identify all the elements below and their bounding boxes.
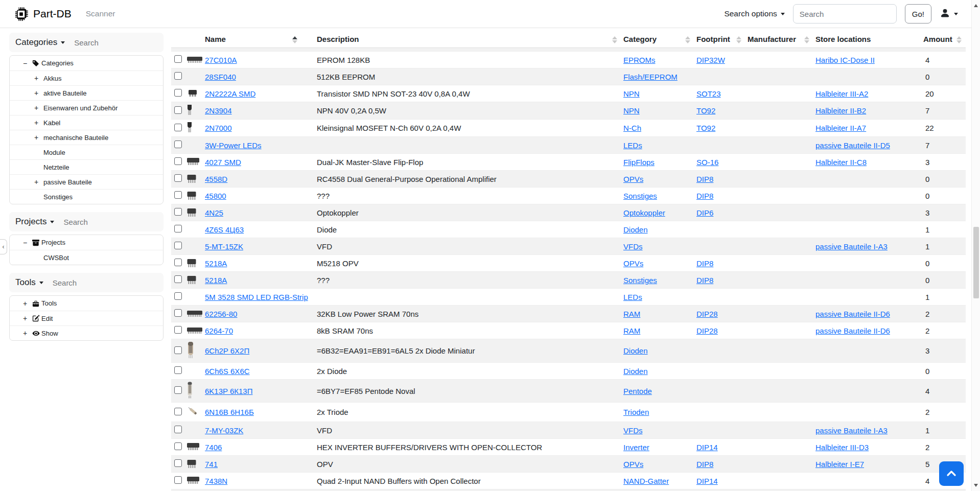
dip-long-chip-photo[interactable]	[186, 325, 203, 335]
tree-expander[interactable]: +	[34, 104, 43, 112]
store-location-link[interactable]: passive Bauteile II-D5	[815, 141, 890, 150]
row-checkbox[interactable]	[174, 408, 182, 415]
row-checkbox[interactable]	[174, 346, 182, 354]
store-location-link[interactable]: Halbleiter II-A7	[815, 124, 866, 132]
category-link[interactable]: VFDs	[623, 242, 643, 251]
tree-item-mechanische-bauteile[interactable]: + mechanische Bauteile	[10, 130, 163, 145]
store-location-link[interactable]: Haribo IC-Dose II	[815, 56, 875, 64]
tree-expander[interactable]: −	[23, 59, 32, 67]
nav-link-scanner[interactable]: Scanner	[86, 9, 115, 18]
store-location-link[interactable]: passive Bauteile I-A3	[815, 242, 888, 251]
tree-expander[interactable]: +	[34, 133, 43, 142]
category-link[interactable]: NPN	[623, 106, 640, 115]
to92-transistor-photo[interactable]	[186, 122, 193, 133]
footprint-link[interactable]: SO-16	[696, 158, 718, 167]
row-checkbox[interactable]	[174, 366, 182, 374]
part-name-link[interactable]: 5218A	[205, 259, 227, 268]
part-name-link[interactable]: 6264-70	[205, 326, 233, 335]
search-options-dropdown[interactable]: Search options	[724, 9, 784, 18]
row-checkbox[interactable]	[174, 157, 182, 165]
footprint-link[interactable]: DIP28	[696, 310, 718, 318]
part-name-link[interactable]: 2N3904	[205, 106, 232, 115]
row-checkbox[interactable]	[174, 426, 182, 433]
user-menu[interactable]	[940, 8, 958, 20]
tree-expander[interactable]: +	[34, 119, 43, 127]
part-name-link[interactable]: 27C010A	[205, 56, 237, 64]
part-name-link[interactable]: 741	[205, 460, 218, 469]
page-scrollbar[interactable]	[971, 0, 980, 491]
row-checkbox[interactable]	[174, 259, 182, 266]
sot23-transistor-photo[interactable]	[186, 89, 199, 97]
category-link[interactable]: N-Ch	[623, 124, 641, 132]
part-name-link[interactable]: 4558D	[205, 175, 227, 183]
part-name-link[interactable]: 2N7000	[205, 124, 232, 132]
row-checkbox[interactable]	[174, 191, 182, 199]
category-link[interactable]: RAM	[623, 326, 640, 335]
column-header-amount[interactable]: Amount	[921, 32, 966, 48]
row-checkbox[interactable]	[174, 72, 182, 80]
tree-expander[interactable]: +	[34, 178, 43, 186]
row-checkbox[interactable]	[174, 476, 182, 484]
category-link[interactable]: OPVs	[623, 175, 643, 183]
store-location-link[interactable]: passive Bauteile II-D6	[815, 310, 890, 318]
panel-title-tools[interactable]: Tools	[15, 277, 43, 288]
footprint-link[interactable]: DIP8	[696, 460, 713, 469]
row-checkbox[interactable]	[174, 292, 182, 300]
part-name-link[interactable]: 4027 SMD	[205, 158, 241, 167]
category-link[interactable]: Optokoppler	[623, 208, 665, 217]
footprint-link[interactable]: DIP8	[696, 192, 713, 200]
dip-long-chip-photo[interactable]	[186, 55, 203, 64]
sidebar-collapse-handle[interactable]: ‹	[0, 239, 7, 254]
tree-item-categories[interactable]: − Categories	[10, 56, 163, 71]
part-name-link[interactable]: 7406	[205, 443, 222, 452]
part-name-link[interactable]: 4N25	[205, 208, 223, 217]
category-link[interactable]: LEDs	[623, 141, 642, 150]
dip-long-chip-photo[interactable]	[186, 309, 203, 318]
row-checkbox[interactable]	[174, 55, 182, 63]
search-go-button[interactable]: Go!	[905, 4, 931, 24]
dip8-chip-photo[interactable]	[186, 173, 197, 183]
category-link[interactable]: OPVs	[623, 460, 643, 469]
app-brand[interactable]: Part-DB	[14, 7, 72, 21]
column-header-footprint[interactable]: Footprint	[694, 32, 745, 48]
tree-item-tools[interactable]: + Tools	[10, 296, 163, 311]
dip8-chip-photo[interactable]	[186, 458, 197, 469]
part-name-link[interactable]: 7438N	[205, 477, 227, 485]
category-link[interactable]: Pentode	[623, 387, 652, 395]
store-location-link[interactable]: Halbleiter III-D3	[815, 443, 869, 452]
category-link[interactable]: Dioden	[623, 346, 648, 355]
store-location-link[interactable]: Halbleiter III-A2	[815, 89, 868, 98]
scrollbar-up-arrow[interactable]	[974, 4, 978, 7]
row-checkbox[interactable]	[174, 326, 182, 334]
to92-transistor-photo[interactable]	[186, 104, 193, 115]
vacuum-tube-photo[interactable]	[186, 341, 195, 359]
category-link[interactable]: EPROMs	[623, 56, 656, 64]
scroll-to-top-button[interactable]	[939, 461, 964, 486]
row-checkbox[interactable]	[174, 386, 182, 394]
category-link[interactable]: Inverter	[623, 443, 649, 452]
sort-icon[interactable]	[292, 36, 297, 43]
footprint-link[interactable]: TO92	[696, 124, 715, 132]
vacuum-tube-small-photo[interactable]	[186, 405, 200, 418]
dip8-chip-photo[interactable]	[186, 190, 197, 200]
tree-item-show[interactable]: + Show	[10, 325, 163, 340]
tree-item-kabel[interactable]: + Kabel	[10, 115, 163, 130]
tree-item-module[interactable]: Module	[10, 145, 163, 159]
tree-expander[interactable]: −	[23, 239, 32, 247]
sort-icon[interactable]	[736, 36, 741, 43]
part-name-link[interactable]: 6Ch6S 6X6C	[205, 367, 250, 376]
row-checkbox[interactable]	[174, 106, 182, 114]
category-link[interactable]: NPN	[623, 89, 640, 98]
panel-title-projects[interactable]: Projects	[15, 217, 54, 227]
part-name-link[interactable]: 7-MY-03ZK	[205, 426, 243, 435]
row-checkbox[interactable]	[174, 309, 182, 317]
tree-expander[interactable]: +	[34, 89, 43, 97]
dip8-chip-photo[interactable]	[186, 258, 197, 268]
store-location-link[interactable]: Halbleiter I-E7	[815, 460, 864, 469]
category-link[interactable]: Dioden	[623, 367, 648, 376]
row-checkbox[interactable]	[174, 459, 182, 467]
vacuum-tube-tall-photo[interactable]	[186, 382, 193, 399]
row-checkbox[interactable]	[174, 124, 182, 131]
part-name-link[interactable]: 62256-80	[205, 310, 237, 318]
part-name-link[interactable]: 5218A	[205, 276, 227, 285]
